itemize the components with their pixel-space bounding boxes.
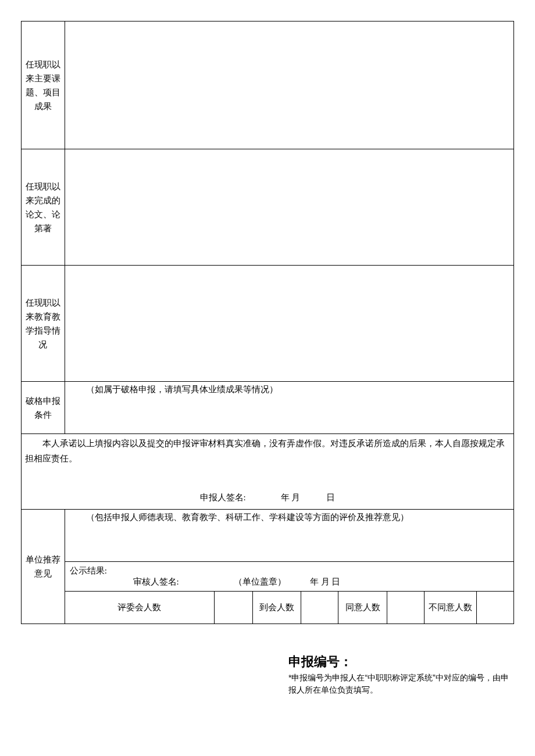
commitment-block: 本人承诺以上填报内容以及提交的申报评审材料真实准确，没有弄虚作假。对违反承诺所造… — [22, 434, 514, 510]
label-projects: 任现职以来主要课题、项目成果 — [22, 22, 65, 149]
field-unit-recommendation[interactable]: （包括申报人师德表现、教育教学、科研工作、学科建设等方面的评价及推荐意见） — [65, 510, 513, 562]
footer-block: 申报编号： *申报编号为申报人在“中职职称评定系统”中对应的编号，由申报人所在单… — [288, 653, 514, 696]
label-unit-recommendation: 单位推荐意见 — [22, 510, 65, 624]
label-committee-total: 评委会人数 — [65, 592, 214, 624]
value-committee-total[interactable] — [214, 592, 252, 624]
commitment-text: 本人承诺以上填报内容以及提交的申报评审材料真实准确，没有弄虚作假。对违反承诺所造… — [25, 436, 510, 466]
field-exception-conditions[interactable]: （如属于破格申报，请填写具体业绩成果等情况） — [65, 382, 513, 434]
value-committee-agree[interactable] — [387, 592, 424, 624]
applicant-sign-line[interactable]: 申报人签名: 年 月 日 — [22, 492, 513, 503]
label-committee-agree: 同意人数 — [338, 592, 387, 624]
label-exception-conditions: 破格申报条件 — [22, 382, 65, 434]
field-projects[interactable] — [65, 22, 513, 149]
label-papers: 任现职以来完成的论文、论第著 — [22, 149, 65, 266]
application-form-table: 任现职以来主要课题、项目成果 任现职以来完成的论文、论第著 任现职以来教育教学指… — [21, 21, 514, 624]
label-committee-present: 到会人数 — [252, 592, 301, 624]
value-committee-disagree[interactable] — [476, 592, 513, 624]
label-committee-disagree: 不同意人数 — [424, 592, 476, 624]
application-number-title: 申报编号： — [288, 653, 514, 671]
label-teaching-guidance: 任现职以来教育教学指导情况 — [22, 266, 65, 382]
field-teaching-guidance[interactable] — [65, 266, 513, 382]
application-number-note: *申报编号为申报人在“中职职称评定系统”中对应的编号，由申报人所在单位负责填写。 — [288, 672, 514, 696]
value-committee-present[interactable] — [301, 592, 338, 624]
publicity-result-label: 公示结果: — [70, 565, 509, 576]
field-papers[interactable] — [65, 149, 513, 266]
auditor-sign-line[interactable]: 审核人签名: （单位盖章） 年 月 日 — [70, 576, 509, 587]
publicity-block: 公示结果: 审核人签名: （单位盖章） 年 月 日 — [65, 562, 513, 592]
